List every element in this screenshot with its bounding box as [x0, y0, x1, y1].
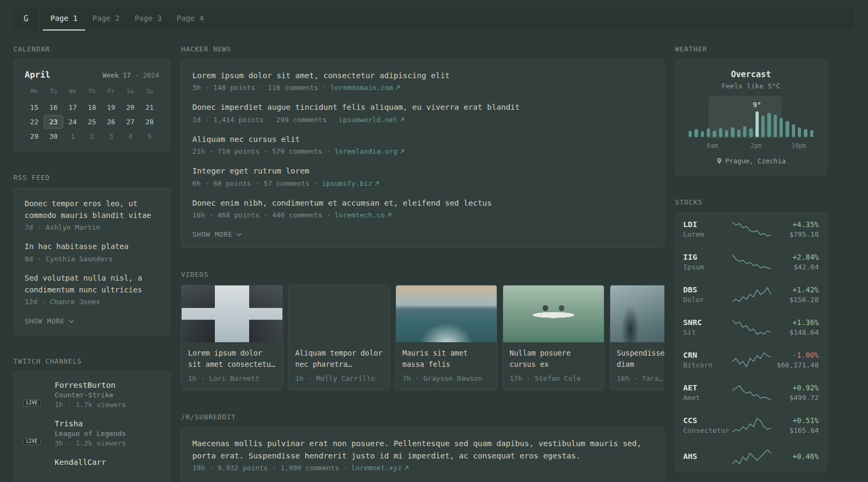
calendar-day: 25 [83, 115, 102, 129]
stocks-widget-title: STOCKS [675, 198, 827, 206]
rss-show-more-button[interactable]: SHOW MORE [25, 317, 74, 325]
stock-row: CCS Consectetur +0.51% $165.84 [683, 409, 819, 441]
weather-bar [798, 127, 801, 137]
calendar-day: 16 [44, 101, 63, 114]
stock-name: Bitcorn [683, 361, 730, 369]
subreddit-item-domain: loremnet.xyz [351, 464, 402, 472]
weather-bar [737, 130, 740, 137]
tab-page-4[interactable]: Page 4 [169, 6, 212, 31]
stock-price: $499.72 [773, 394, 819, 402]
stock-change: +1.42% [773, 285, 819, 294]
video-body: Aliquam tempor dolor nec pharetra… 1h · … [289, 342, 390, 390]
hn-show-more-button[interactable]: SHOW MORE [192, 230, 242, 238]
subreddit-widget-title: /R/SUBREDDIT [181, 413, 664, 421]
hn-item: Lorem ipsum dolor sit amet, consectetur … [192, 70, 653, 92]
subreddit-item-source-link[interactable]: loremnet.xyz [351, 464, 409, 472]
stock-symbol: DBS [683, 285, 730, 294]
avatar-wrap: LIVE [25, 381, 47, 403]
stock-change: +0.46% [773, 452, 819, 461]
video-thumbnail [610, 285, 664, 342]
hn-item: Integer eget rutrum lorem 6h · 60 points… [192, 165, 653, 187]
stock-row: LDI Lorem +4.35% $795.18 [683, 213, 819, 245]
stock-price: $795.18 [773, 230, 819, 238]
weather-bar [780, 118, 783, 137]
tab-page-2[interactable]: Page 2 [85, 6, 128, 31]
hn-item: Aliquam nec cursus elit 21h · 710 points… [192, 133, 653, 155]
weather-location: Prague, Czechia [716, 157, 786, 165]
channel-info: ForrestBurton Counter-Strike 1h · 1.7k v… [55, 381, 126, 409]
tab-page-1[interactable]: Page 1 [43, 6, 85, 31]
stock-sparkline [730, 221, 773, 237]
stock-symbol: CRN [683, 351, 730, 359]
weather-bar [713, 131, 716, 137]
stock-change: -1.00% [773, 351, 819, 359]
calendar-week-info: Week 17 · 2024 [103, 71, 159, 79]
stocks-card: LDI Lorem +4.35% $795.18 IIG Ipsum [675, 213, 827, 472]
stock-values: +0.92% $499.72 [773, 383, 819, 402]
hn-item-domain: loremdomain.com [330, 84, 393, 92]
hn-item-source-link[interactable]: loremdomain.com [330, 84, 400, 92]
twitch-channel[interactable]: KendallCarr [25, 458, 159, 480]
stock-id: LDI Lorem [683, 220, 730, 238]
hn-item-meta-text: 6h · 60 points · 57 comments · [192, 179, 318, 187]
weather-bar [792, 124, 795, 137]
video-card[interactable]: Mauris sit amet massa felis 7h · Grayson… [395, 285, 497, 390]
stock-symbol: CCS [683, 416, 730, 425]
video-card[interactable]: Suspendisse diam 18h · Tara… [610, 285, 664, 390]
calendar-day: 28 [140, 115, 159, 129]
video-title: Mauris sit amet massa felis [402, 348, 490, 370]
hn-item-title[interactable]: Integer eget rutrum lorem [192, 165, 653, 177]
hn-item-domain: loremtech.co [334, 211, 385, 219]
weather-bar [689, 131, 692, 137]
channel-meta: 3h · 1.2k viewers [55, 439, 126, 447]
channel-info: KendallCarr [55, 458, 106, 466]
tab-page-3[interactable]: Page 3 [127, 6, 169, 31]
stock-change: +1.36% [773, 318, 819, 327]
calendar-day: 19 [101, 101, 121, 114]
rss-item-title[interactable]: Sed volutpat nulla nisl, a condimentum n… [25, 273, 159, 296]
videos-widget-title: VIDEOS [181, 270, 664, 278]
hn-item-title[interactable]: Aliquam nec cursus elit [192, 133, 653, 145]
external-link-icon [404, 465, 409, 470]
hn-show-more-label: SHOW MORE [192, 230, 233, 238]
logo-divider [39, 6, 39, 31]
video-card[interactable]: Lorem ipsum dolor sit amet consectetu… 1… [181, 285, 283, 390]
hn-item-source-link[interactable]: loremlandia.org [334, 147, 404, 155]
hn-item-source-link[interactable]: ipsumworld.net [339, 116, 405, 124]
hn-item-title[interactable]: Donec enim nibh, condimentum et accumsan… [192, 197, 653, 209]
weather-bar [785, 121, 789, 137]
stock-name: Amet [683, 394, 730, 402]
calendar-week: Week 17 [103, 71, 131, 79]
stock-name: Lorem [683, 230, 730, 238]
stock-symbol: IIG [683, 253, 730, 261]
twitch-card: LIVE ForrestBurton Counter-Strike 1h · 1… [13, 372, 170, 482]
app-logo[interactable]: G [13, 6, 39, 31]
weather-bar [774, 115, 777, 137]
stock-name: Dolor [683, 296, 730, 304]
calendar-day-header: Tu [44, 85, 63, 100]
weather-time-label: 6am [707, 142, 718, 149]
video-card[interactable]: Nullam posuere cursus ex 17h · Stefan Co… [503, 285, 604, 390]
rss-item-title[interactable]: Donec tempor eros leo, ut commodo mauris… [25, 198, 159, 221]
stock-row: DBS Dolor +1.42% $156.28 [683, 278, 819, 311]
rss-item-title[interactable]: In hac habitasse platea [25, 241, 159, 253]
hn-item-source-link[interactable]: loremtech.co [334, 211, 392, 219]
hn-item-domain: ipsumify.biz [322, 179, 372, 187]
external-link-icon [395, 85, 400, 90]
hn-item-title[interactable]: Lorem ipsum dolor sit amet, consectetur … [192, 70, 653, 81]
twitch-channel[interactable]: LIVE ForrestBurton Counter-Strike 1h · 1… [25, 381, 159, 409]
rss-item-meta: 8d · Cynthia Saunders [25, 255, 159, 263]
calendar-month: April [25, 70, 50, 80]
subreddit-item-title[interactable]: Maecenas mollis pulvinar erat non posuer… [192, 438, 653, 462]
subreddit-widget: /R/SUBREDDIT Maecenas mollis pulvinar er… [181, 413, 664, 482]
video-card[interactable]: Aliquam tempor dolor nec pharetra… 1h · … [288, 285, 390, 390]
calendar-day: 27 [121, 115, 140, 129]
weather-widget-title: WEATHER [675, 45, 827, 53]
hn-item-title[interactable]: Donec imperdiet augue tincidunt felis al… [192, 101, 653, 113]
twitch-channel[interactable]: LIVE Trisha League of Legends 3h · 1.2k … [25, 419, 159, 447]
weather-bar [725, 130, 728, 137]
calendar-header: April Week 17 · 2024 [25, 70, 159, 80]
calendar-year: 2024 [143, 71, 159, 79]
hn-item-source-link[interactable]: ipsumify.biz [322, 179, 379, 187]
weather-bar [701, 131, 704, 137]
